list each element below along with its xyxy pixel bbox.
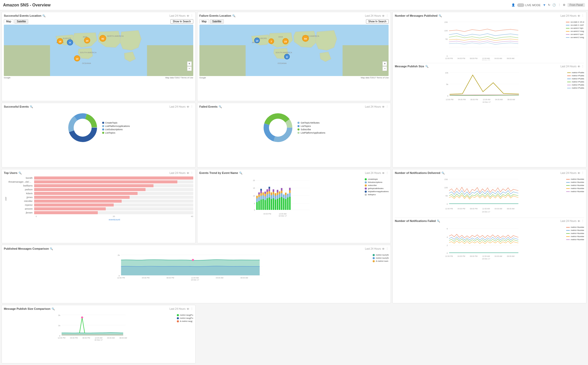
panel-eye-icon[interactable]: 👁 — [577, 65, 580, 68]
bar-label: threatmanager...ole/my_explorer — [8, 181, 34, 183]
search-icon[interactable]: 🔍 — [437, 220, 440, 222]
show-search-button[interactable]: Show In Search — [170, 19, 193, 24]
svg-text:12:00 PM: 12:00 PM — [445, 208, 453, 210]
bar-label: mperez — [8, 204, 34, 206]
refresh-icon[interactable]: ↻ — [548, 3, 550, 7]
from-panel-label[interactable]: From Panel — [567, 3, 585, 7]
panel-header: Message Publish Size Comparison 🔍 Last 2… — [4, 307, 193, 311]
svg-text:12:00 PM: 12:00 PM — [58, 337, 65, 339]
panel-title: Number of Notifications Delivered 🔍 — [395, 171, 444, 174]
legend-dot — [297, 122, 300, 124]
legend-item: metric=sum(N — [373, 257, 389, 259]
zoom-in-button[interactable]: + — [382, 61, 387, 66]
search-icon[interactable]: 🔍 — [219, 105, 222, 108]
satellite-tab-button[interactable]: Satellite — [14, 19, 28, 24]
svg-point-72 — [269, 119, 287, 137]
search-icon[interactable]: 🔍 — [239, 172, 242, 174]
panel-menu-icon[interactable]: ⋮ — [190, 171, 193, 175]
panel-title: Message Publish Size Comparison 🔍 — [4, 307, 55, 310]
search-icon[interactable]: 🔍 — [18, 172, 22, 174]
svg-rect-131 — [281, 188, 282, 191]
legend-item: metric=Numbe — [566, 232, 584, 235]
panel-eye-icon[interactable]: 👁 — [577, 172, 580, 175]
svg-text:08:00 AM: 08:00 AM — [240, 277, 248, 279]
panel-menu-icon[interactable]: ⋮ — [581, 65, 584, 68]
panel-menu-icon[interactable]: ⋮ — [386, 14, 389, 17]
map-tab-button[interactable]: Map — [4, 19, 13, 24]
live-mode-toggle[interactable]: LIVE MODE — [517, 3, 541, 7]
bar-fill — [34, 200, 122, 203]
svg-text:08:00 PM: 08:00 PM — [470, 208, 478, 210]
show-in-search-button[interactable]: Show In Search — [366, 19, 389, 24]
panel-eye-icon[interactable]: 👁 — [187, 14, 189, 17]
bar-label: bwilliams — [8, 184, 34, 187]
legend-item: us-east-1 13-si — [566, 21, 584, 23]
legend-color — [566, 34, 570, 35]
panel-menu-icon[interactable]: ⋮ — [386, 171, 389, 175]
panel-eye-icon[interactable]: 👁 — [187, 307, 189, 311]
panel-menu-icon[interactable]: ⋮ — [581, 14, 584, 17]
search-icon[interactable]: 🔍 — [425, 65, 428, 68]
settings-icon[interactable]: ⚙ — [563, 3, 565, 7]
bar-row: kdavis — [8, 192, 193, 195]
live-mode-switch[interactable] — [517, 3, 524, 7]
svg-text:20: 20 — [253, 180, 255, 181]
panel-menu-icon[interactable]: ⋮ — [190, 14, 193, 17]
search-icon[interactable]: 🔍 — [42, 14, 45, 17]
panel-header: Successful Events Location 🔍 Last 24 Hou… — [4, 14, 193, 18]
panel-eye-icon[interactable]: 👁 — [382, 14, 385, 17]
svg-text:0: 0 — [447, 252, 448, 254]
svg-text:12:00 PM: 12:00 PM — [445, 58, 453, 59]
svg-rect-138 — [287, 194, 288, 198]
bar-row: bsmith — [8, 176, 193, 180]
svg-text:04:00 PM: 04:00 PM — [263, 213, 271, 215]
satellite-tab-button[interactable]: Satellite — [210, 19, 224, 24]
search-icon[interactable]: 🔍 — [30, 105, 33, 108]
panel-eye-icon[interactable]: 👁 — [187, 105, 189, 108]
zoom-in-button[interactable]: + — [187, 61, 192, 66]
map-tab-button[interactable]: Map — [199, 19, 209, 24]
search-icon[interactable]: 🔍 — [232, 14, 235, 17]
panel-eye-icon[interactable]: 👁 — [382, 247, 385, 250]
panel-menu-icon[interactable]: ⋮ — [386, 105, 389, 108]
svg-text:2: 2 — [447, 244, 448, 247]
zoom-out-button[interactable]: − — [187, 66, 192, 71]
legend-dot — [365, 178, 367, 180]
panel-eye-icon[interactable]: 👁 — [577, 220, 580, 223]
chart-main: 150 100 50 0 12:00 PM 04:00 PM 08:00 PM … — [395, 19, 565, 61]
filter-icon[interactable]: ▼ — [543, 3, 546, 7]
panel-eye-icon[interactable]: 👁 — [577, 14, 580, 17]
panel-menu-icon[interactable]: ⋮ — [581, 219, 584, 223]
svg-text:18 Dec 17: 18 Dec 17 — [94, 339, 103, 341]
panel-menu-icon[interactable]: ⋮ — [386, 247, 389, 250]
legend-item: metric=sum(N — [373, 254, 389, 256]
panel-menu-icon[interactable]: ⋮ — [190, 105, 193, 108]
panel-menu-icon[interactable]: ⋮ — [190, 307, 193, 311]
bar-track — [34, 188, 193, 191]
bar-row: jbrown — [8, 211, 193, 214]
svg-rect-106 — [268, 198, 270, 210]
area-chart-container: 2k 0 12:00 PM 04:00 PM 08:00 PM 12:00 AM — [4, 252, 389, 281]
line-chart-svg: 6 4 2 0 12:00 PM 04:00 PM 08:00 PM — [395, 224, 565, 260]
panel-eye-icon[interactable]: 👁 — [382, 172, 385, 175]
search-icon[interactable]: 🔍 — [441, 172, 445, 174]
svg-rect-135 — [285, 195, 286, 199]
zoom-out-button[interactable]: − — [382, 66, 387, 71]
search-icon[interactable]: 🔍 — [50, 247, 53, 250]
bar-fill — [34, 180, 177, 183]
svg-text:08:00 AM: 08:00 AM — [507, 255, 515, 257]
map-footer: Google Map data ©2017 Terms of Use — [199, 77, 389, 79]
svg-text:9: 9 — [69, 41, 71, 44]
map-svg: EUROPE AFRICA ASIA NORTH AMERICA SOUTH A… — [4, 25, 193, 76]
clock-icon[interactable]: 🕐 — [552, 3, 556, 7]
more-icon[interactable]: ⋮ — [558, 3, 561, 7]
search-icon[interactable]: 🔍 — [52, 307, 55, 310]
panel-actions: Last 24 Hours 👁 ⋮ — [169, 307, 193, 311]
panel-eye-icon[interactable]: 👁 — [382, 105, 385, 108]
legend-item: metric=Numbe — [566, 238, 584, 241]
search-icon[interactable]: 🔍 — [439, 14, 442, 17]
svg-rect-142 — [289, 188, 291, 190]
legend-item: metric=Numbe — [566, 226, 584, 228]
panel-menu-icon[interactable]: ⋮ — [581, 171, 584, 175]
panel-eye-icon[interactable]: 👁 — [187, 172, 189, 175]
